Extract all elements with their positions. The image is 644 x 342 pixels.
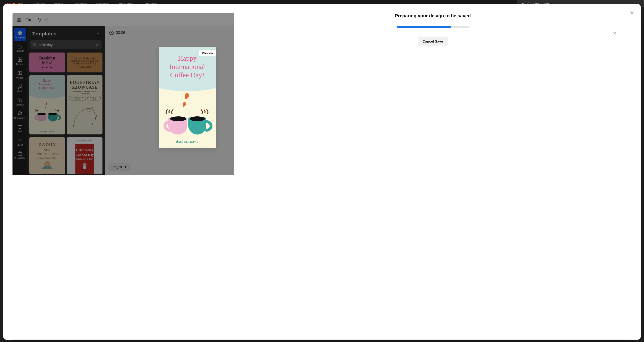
rail-photos[interactable]: Photos bbox=[14, 55, 26, 68]
apps-grid-icon[interactable] bbox=[17, 17, 21, 22]
rail-music[interactable]: Music bbox=[14, 82, 26, 95]
rail-videos[interactable]: Videos bbox=[14, 68, 26, 81]
svg-rect-6 bbox=[18, 33, 19, 34]
close-icon bbox=[629, 10, 635, 16]
redo-icon[interactable] bbox=[44, 17, 49, 22]
rail-text-label: Text bbox=[18, 130, 22, 133]
preview-tag: Preview bbox=[199, 50, 216, 56]
tpl-text: 15% off early bird tickets bbox=[69, 96, 86, 100]
preview-business-name: Business name bbox=[159, 140, 216, 144]
svg-point-25 bbox=[170, 116, 186, 121]
design-preview-card: Preview Happy International Coffee Day! bbox=[159, 47, 216, 148]
template-card[interactable]: Breakfast in bed ♥ ♥ ♥ bbox=[30, 52, 65, 72]
preview-line: International bbox=[170, 63, 205, 70]
undo-icon[interactable] bbox=[37, 17, 42, 22]
svg-rect-3 bbox=[20, 20, 21, 21]
rail-uploads[interactable]: Uploads bbox=[14, 42, 26, 54]
tpl-text: ARE THE BEST bbox=[36, 152, 59, 156]
coffee-cups-icon bbox=[30, 101, 65, 123]
rail-templates[interactable]: Templates bbox=[14, 28, 26, 41]
timer-value: 00:06 bbox=[116, 31, 125, 35]
svg-rect-14 bbox=[20, 100, 22, 102]
tpl-text: COMPANY NAME bbox=[77, 140, 92, 142]
svg-point-17 bbox=[38, 113, 46, 115]
template-card[interactable]: Happy International Coffee Day! bbox=[30, 75, 65, 134]
rail-styles[interactable]: Styles bbox=[14, 135, 26, 148]
horse-icon bbox=[69, 102, 100, 130]
tpl-text: International bbox=[39, 82, 56, 86]
svg-rect-5 bbox=[20, 31, 22, 32]
chevron-double-left-icon bbox=[96, 31, 100, 36]
background-icon bbox=[17, 111, 22, 116]
template-card[interactable]: EQUESTRIAN SHOWCASE Thrilling competitio… bbox=[67, 75, 102, 134]
save-panel-close-button[interactable] bbox=[612, 31, 617, 36]
save-title: Preparing your design to be saved bbox=[395, 13, 471, 18]
clock-icon bbox=[109, 30, 114, 36]
svg-rect-4 bbox=[18, 31, 19, 32]
shapes-icon bbox=[17, 98, 22, 102]
tpl-text: in bed bbox=[42, 61, 52, 66]
tpl-text: Just one small positive thought in the m… bbox=[69, 57, 100, 64]
templates-title: Templates bbox=[32, 31, 56, 37]
cancel-save-button[interactable]: Cancel Save bbox=[418, 36, 448, 46]
tpl-text: Celebrating bbox=[76, 148, 94, 152]
svg-rect-23 bbox=[86, 166, 88, 169]
svg-point-16 bbox=[33, 43, 36, 46]
rail-music-label: Music bbox=[17, 90, 23, 92]
save-progress-panel: Preparing your design to be saved Cancel… bbox=[234, 13, 632, 46]
editor-area: File Templates Uploads bbox=[3, 4, 641, 339]
modal-close-button[interactable] bbox=[628, 9, 636, 16]
svg-rect-15 bbox=[18, 152, 22, 155]
template-card[interactable]: DADDY you ARE THE BEST Happy Father's Da… bbox=[30, 137, 65, 174]
pages-label: Pages · 1 bbox=[113, 165, 126, 169]
search-input[interactable] bbox=[39, 43, 94, 47]
rail-brandkits-label: Brand Kits bbox=[14, 157, 25, 160]
save-progress-fill bbox=[396, 26, 451, 28]
modal-divider bbox=[12, 339, 632, 340]
tpl-text: Canada Day bbox=[76, 153, 94, 157]
rail-videos-label: Videos bbox=[16, 76, 23, 79]
svg-point-9 bbox=[19, 58, 20, 60]
left-tool-rail: Templates Uploads Photos Videos bbox=[12, 26, 27, 175]
svg-point-18 bbox=[48, 113, 57, 115]
svg-point-20 bbox=[83, 163, 86, 166]
text-icon bbox=[17, 124, 22, 129]
editor-toolbar: File bbox=[12, 13, 234, 26]
rail-objects[interactable]: Objects bbox=[14, 95, 26, 108]
tpl-text: Business name bbox=[30, 130, 65, 132]
tpl-text: DADDY bbox=[38, 142, 56, 148]
collapse-panel-button[interactable] bbox=[96, 31, 100, 36]
rail-photos-label: Photos bbox=[16, 63, 23, 66]
svg-point-11 bbox=[18, 87, 19, 88]
video-icon bbox=[17, 70, 22, 76]
search-icon bbox=[32, 42, 37, 47]
tpl-text: ~ Dalai Lama bbox=[78, 66, 91, 68]
sparkle-icon bbox=[17, 138, 22, 143]
clear-search-icon[interactable] bbox=[96, 43, 99, 46]
person-icon bbox=[34, 160, 60, 170]
svg-rect-2 bbox=[17, 20, 19, 21]
person-flag-icon bbox=[78, 161, 91, 170]
preview-line: Coffee Day! bbox=[170, 71, 204, 79]
tpl-text: Happy bbox=[43, 79, 51, 82]
folder-icon bbox=[17, 44, 22, 49]
rail-text[interactable]: Text bbox=[14, 122, 26, 135]
rail-brandkits[interactable]: Brand Kits bbox=[14, 149, 26, 162]
pages-indicator[interactable]: Pages · 1 bbox=[109, 163, 130, 171]
preview-line: Happy bbox=[178, 54, 196, 62]
rail-background[interactable]: Bckground bbox=[14, 108, 26, 122]
template-card[interactable]: COMPANY NAME Celebrating Canada Day Happ… bbox=[67, 137, 102, 174]
template-search[interactable] bbox=[30, 40, 102, 49]
file-menu[interactable]: File bbox=[26, 18, 31, 22]
tpl-text: Thrilling competitions & stunning perfor… bbox=[69, 90, 100, 94]
tpl-text: Secure your spot bbox=[88, 96, 100, 100]
tpl-text: you bbox=[44, 148, 50, 152]
svg-point-12 bbox=[20, 86, 22, 88]
templates-icon bbox=[17, 30, 22, 36]
editor-modal: File Templates Uploads bbox=[3, 4, 641, 340]
tpl-text: Happy Father's Day bbox=[38, 157, 56, 159]
templates-grid: Breakfast in bed ♥ ♥ ♥ Just one small po… bbox=[27, 52, 105, 175]
template-card[interactable]: Just one small positive thought in the m… bbox=[67, 52, 102, 72]
coffee-cups-illustration bbox=[159, 91, 216, 139]
hearts-icon: ♥ ♥ ♥ bbox=[42, 66, 53, 69]
